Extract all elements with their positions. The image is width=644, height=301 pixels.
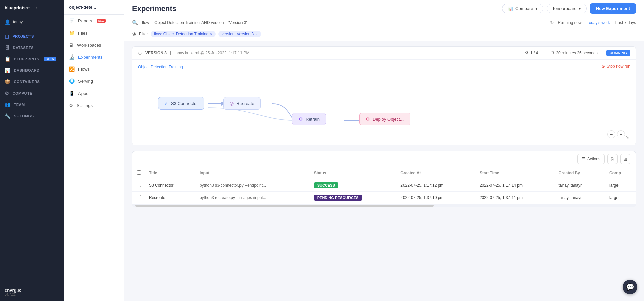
time-filter-todays_work[interactable]: Today's work (587, 20, 610, 25)
time-filters: Running nowToday's workLast 7 days (558, 20, 636, 25)
status-badge: SUCCESS (314, 182, 338, 188)
cnvrg-version: v4.7.21 (5, 293, 59, 296)
node-check-icon: ✓ (164, 101, 168, 106)
node-label: Recreate (236, 101, 254, 106)
node-recreate[interactable]: ◎ Recreate (223, 97, 261, 110)
sidebar-item-settings[interactable]: 🔧SETTINGS (0, 110, 64, 122)
beta-badge: BETA (44, 57, 56, 61)
row-checkbox-cell (132, 179, 145, 192)
experiment-card: ⊙ VERSION 3 | tanay.kulkarni @ 25-Jul-20… (132, 46, 636, 145)
secondary-item-papers[interactable]: 📄PapersNEW (64, 15, 124, 27)
table-header-row: TitleInputStatusCreated AtStart TimeCrea… (132, 167, 636, 179)
exp-time: ⏱ 20 minutes 26 seconds (550, 51, 597, 55)
node-s3connector[interactable]: ✓ S3 Connector (158, 97, 204, 110)
node-retrain[interactable]: ⚙ Retrain (292, 113, 326, 125)
secondary-item-workspaces[interactable]: 🖥Workspaces (64, 39, 124, 51)
col-header-input: Input (196, 167, 310, 179)
zoom-controls: − + (607, 130, 625, 138)
horizontal-scrollbar[interactable] (132, 204, 636, 207)
flow-arrows (138, 74, 630, 141)
datasets-icon: 🗄 (5, 45, 10, 50)
export-button[interactable]: ⎘ (607, 154, 618, 164)
status-cell: SUCCESS (310, 179, 397, 192)
user-area: 👤 tanay.l (0, 16, 64, 28)
secondary-item-serving[interactable]: 🌐Serving (64, 75, 124, 87)
sidebar-item-containers[interactable]: 📦CONTAINERS (0, 76, 64, 87)
top-actions: 📊 Compare ▾ Tensorboard ▾ New Experiment (502, 3, 636, 14)
sidebar-bottom: cnvrg.io v4.7.21 (0, 283, 64, 301)
exp-header-icon: ⊙ (138, 50, 142, 56)
tags-row: ⚗ Filter flow: Object Detection Training… (124, 28, 644, 41)
time-filter-running_now[interactable]: Running now (558, 20, 582, 25)
table-area: ☰ Actions ⎘ ⊞ TitleInputStatusCreated At… (132, 151, 636, 207)
search-query: flow = 'Object Detection Training' AND v… (142, 20, 546, 25)
remove-tag-icon[interactable]: × (255, 32, 257, 36)
table-row: S3 Connector python3 s3-connector.py --e… (132, 179, 636, 192)
refresh-icon[interactable]: ↻ (550, 20, 554, 25)
cnvrg-brand: cnvrg.io (5, 288, 59, 293)
node-label: Deploy Object... (373, 117, 404, 122)
start-time-cell: 2022-07-25, 1:37:11 pm (476, 192, 555, 204)
new-badge: NEW (97, 19, 106, 23)
row-checkbox-1[interactable] (137, 195, 141, 199)
sidebar-item-compute[interactable]: ⚙COMPUTE (0, 87, 64, 99)
scrollbar-thumb[interactable] (135, 205, 434, 207)
flow-canvas: ✓ S3 Connector ◎ Recreate ⚙ Retrain (138, 74, 630, 141)
secondary-item-files[interactable]: 📁Files (64, 27, 124, 39)
filter-tag-flow_tag: flow: Object Detection Training× (151, 31, 216, 37)
actions-button[interactable]: ☰ Actions (577, 154, 605, 164)
workspaces-nav-icon: 🖥 (69, 42, 74, 48)
node-retrain-icon: ⚙ (299, 116, 303, 122)
actions-icon: ☰ (582, 157, 585, 161)
zoom-out-button[interactable]: − (607, 130, 615, 138)
settings2-nav-icon: ⚙ (69, 103, 73, 108)
title-cell[interactable]: Recreate (145, 192, 196, 204)
table-body: S3 Connector python3 s3-connector.py --e… (132, 179, 636, 204)
sidebar-item-dashboard[interactable]: 📊DASHBOARD (0, 65, 64, 76)
collapse-icon[interactable]: ‹ (36, 6, 37, 10)
zoom-in-button[interactable]: + (617, 130, 625, 138)
secondary-item-flows[interactable]: 🔀Flows (64, 63, 124, 75)
row-checkbox-0[interactable] (137, 183, 141, 187)
flow-link[interactable]: Object Detection Training (138, 65, 183, 69)
export-icon: ⎘ (611, 156, 614, 162)
start-time-cell: 2022-07-25, 1:17:14 pm (476, 179, 555, 192)
exp-version: VERSION 3 (145, 51, 167, 55)
resize-handle[interactable]: ⤡ (626, 135, 629, 140)
title-cell[interactable]: S3 Connector (145, 179, 196, 192)
tensorboard-button[interactable]: Tensorboard ▾ (547, 4, 587, 13)
secondary-item-settings2[interactable]: ⚙Settings (64, 99, 124, 111)
select-all-checkbox[interactable] (137, 170, 141, 175)
created-by-cell: tanay. tanayni (555, 179, 606, 192)
stop-flow-button[interactable]: ⊗ Stop flow run (601, 64, 630, 69)
col-header-createdby: Created By (555, 167, 606, 179)
input-cell: python3 s3-connector.py --endpoint... (196, 179, 310, 192)
sidebar-item-team[interactable]: 👥TEAM (0, 99, 64, 110)
search-icon: 🔍 (132, 20, 138, 25)
chat-bubble[interactable]: 💬 (623, 280, 637, 294)
input-cell: python3 recreate.py --images /input... (196, 192, 310, 204)
sidebar-item-blueprints[interactable]: 📋BLUEPRINTSBETA (0, 53, 64, 65)
sidebar-item-datasets[interactable]: 🗄DATASETS (0, 42, 64, 53)
running-badge: RUNNING (606, 50, 630, 56)
compare-icon: 📊 (508, 6, 513, 11)
col-header-status: Status (310, 167, 397, 179)
username: tanay.l (13, 20, 24, 24)
secondary-item-apps[interactable]: 📱Apps (64, 87, 124, 99)
exp-header: ⊙ VERSION 3 | tanay.kulkarni @ 25-Jul-20… (132, 47, 636, 60)
node-deploy[interactable]: ⚙ Deploy Object... (359, 113, 410, 125)
time-filter-last_7_days[interactable]: Last 7 days (615, 20, 636, 25)
remove-tag-icon[interactable]: × (210, 32, 212, 36)
node-label: Retrain (306, 117, 320, 122)
serving-nav-icon: 🌐 (69, 78, 75, 84)
scroll-area[interactable]: ⊙ VERSION 3 | tanay.kulkarni @ 25-Jul-20… (124, 41, 644, 301)
sidebar-item-projects[interactable]: ◫PROJECTS (0, 31, 64, 42)
secondary-item-experiments[interactable]: 🔬Experiments (64, 51, 124, 63)
compare-button[interactable]: 📊 Compare ▾ (502, 4, 543, 13)
top-bar: Experiments 📊 Compare ▾ Tensorboard ▾ Ne… (124, 0, 644, 17)
primary-nav: ◫PROJECTS🗄DATASETS📋BLUEPRINTSBETA📊DASHBO… (0, 28, 64, 124)
new-experiment-button[interactable]: New Experiment (590, 3, 636, 14)
grid-view-button[interactable]: ⊞ (620, 154, 630, 164)
containers-icon: 📦 (5, 79, 11, 84)
stop-icon: ⊗ (601, 64, 605, 69)
